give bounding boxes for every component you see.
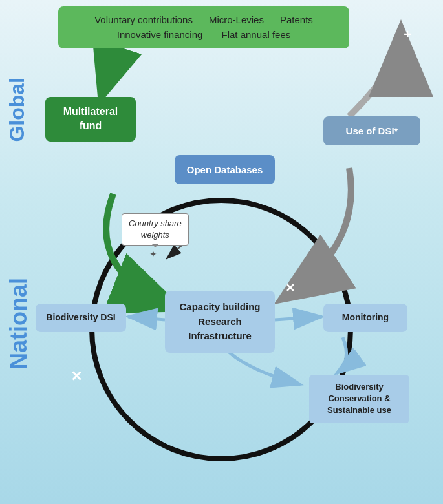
country-weights-label: Country shareweights (129, 218, 182, 240)
svg-line-11 (128, 317, 165, 320)
svg-line-10 (275, 317, 322, 320)
svg-line-8 (102, 48, 116, 96)
svg-text:✕: ✕ (285, 282, 295, 295)
biodiversity-dsi-box: Biodiversity DSI (36, 304, 126, 332)
multilateral-fund-box: Multilateral fund (45, 97, 136, 142)
biodiversity-conservation-box: BiodiversityConservation &Sustainable us… (309, 375, 409, 423)
capacity-building-label: Capacity buildingResearchInfrastructure (179, 301, 260, 341)
funding-sources-box: Voluntary contributions Micro-Levies Pat… (58, 6, 349, 48)
svg-text:✕: ✕ (70, 368, 82, 384)
use-dsi-box: Use of DSI* (323, 116, 420, 145)
multilateral-fund-label: Multilateral fund (63, 106, 118, 131)
funding-line2: Innovative financing Flat annual fees (69, 28, 339, 43)
monitoring-box: Monitoring (323, 304, 407, 332)
funding-line1: Voluntary contributions Micro-Levies Pat… (69, 13, 339, 28)
national-label: National (5, 278, 32, 370)
open-databases-box: Open Databases (175, 155, 275, 184)
diagram-container: ✕ ✕ + ✦ Global National Voluntary contri… (0, 0, 443, 504)
biodiversity-conservation-label: BiodiversityConservation &Sustainable us… (327, 382, 391, 415)
diagram-svg: ✕ ✕ + ✦ (0, 0, 443, 504)
global-label: Global (5, 78, 29, 142)
svg-text:+: + (404, 27, 411, 41)
use-dsi-label: Use of DSI* (346, 125, 398, 136)
monitoring-label: Monitoring (342, 312, 389, 322)
biodiversity-dsi-label: Biodiversity DSI (46, 312, 115, 322)
capacity-building-box: Capacity buildingResearchInfrastructure (165, 291, 275, 353)
country-weights-callout: Country shareweights (122, 213, 189, 246)
open-databases-label: Open Databases (187, 164, 263, 175)
